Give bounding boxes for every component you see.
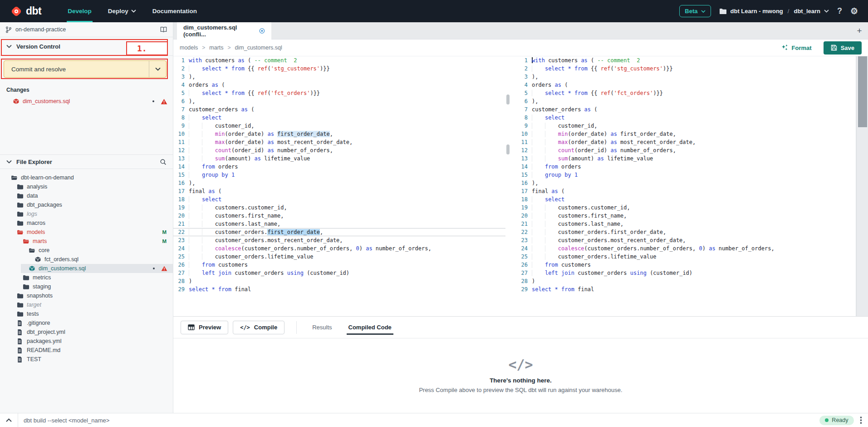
tree-item-.gitignore[interactable]: .gitignore xyxy=(0,318,173,328)
code-line[interactable]: 5 select * from {{ ref('fct_orders')}} xyxy=(511,89,856,97)
tab-compiled-code[interactable]: Compiled Code xyxy=(340,317,400,338)
tree-item-core[interactable]: core xyxy=(0,246,173,255)
format-button[interactable]: Format xyxy=(781,44,812,51)
compile-button[interactable]: </> Compile xyxy=(233,321,284,334)
commit-dropdown-toggle[interactable] xyxy=(149,61,166,77)
code-line[interactable]: 5 select * from {{ ref('fct_orders')}} xyxy=(173,89,505,97)
tree-item-analysis[interactable]: analysis xyxy=(0,182,173,191)
code-line[interactable]: 29select * from final xyxy=(511,285,856,293)
nav-documentation[interactable]: Documentation xyxy=(144,0,205,22)
code-line[interactable]: 26 from customers xyxy=(511,261,856,269)
code-line[interactable]: 18 select xyxy=(173,195,505,204)
code-line[interactable]: 28) xyxy=(173,277,505,285)
docs-book-icon[interactable] xyxy=(160,26,167,33)
dbt-logo[interactable]: dbt xyxy=(10,5,41,18)
tree-item-dim_customers.sql[interactable]: dim_customers.sql xyxy=(0,264,173,273)
code-line[interactable]: 8 select xyxy=(511,114,856,122)
editor-pane-left[interactable]: 1with customers as ( -- comment 22 selec… xyxy=(173,56,505,316)
tree-item-tests[interactable]: tests xyxy=(0,309,173,318)
code-line[interactable]: 16), xyxy=(173,179,505,187)
code-line[interactable]: 1with customers as ( -- comment 2 xyxy=(173,56,505,65)
command-input[interactable]: dbt build --select <model_name> xyxy=(24,417,819,424)
tree-item-dbt-learn-on-demand[interactable]: dbt-learn-on-demand xyxy=(0,173,173,182)
tree-item-TEST[interactable]: TEST xyxy=(0,355,173,364)
overflow-menu-icon[interactable] xyxy=(860,417,862,424)
search-icon[interactable] xyxy=(160,159,167,165)
code-line[interactable]: 22 customer_orders.first_order_date, xyxy=(173,228,505,236)
code-line[interactable]: 13 sum(amount) as lifetime_value xyxy=(511,154,856,163)
scrollbar-thumb[interactable] xyxy=(858,56,867,127)
tree-item-dbt_project.yml[interactable]: dbt_project.yml xyxy=(0,328,173,337)
code-line[interactable]: 3), xyxy=(511,73,856,81)
preview-button[interactable]: Preview xyxy=(181,321,228,334)
save-button[interactable]: Save xyxy=(824,41,862,55)
tree-item-snapshots[interactable]: snapshots xyxy=(0,291,173,300)
changed-file-dim-customers[interactable]: dim_customers.sql xyxy=(0,96,173,106)
tree-item-logs[interactable]: logs xyxy=(0,209,173,218)
tree-item-fct_orders.sql[interactable]: fct_orders.sql xyxy=(0,255,173,264)
code-line[interactable]: 12 count(order_id) as number_of_orders, xyxy=(173,146,505,154)
tree-item-models[interactable]: modelsM xyxy=(0,228,173,237)
nav-develop[interactable]: Develop xyxy=(59,0,100,22)
code-line[interactable]: 17final as ( xyxy=(173,187,505,195)
settings-gear-icon[interactable]: ⚙ xyxy=(850,6,858,16)
code-line[interactable]: 7customer_orders as ( xyxy=(511,105,856,114)
breadcrumb-models[interactable]: models xyxy=(180,45,198,51)
code-line[interactable]: 14 from orders xyxy=(511,163,856,171)
code-line[interactable]: 8 select xyxy=(173,114,505,122)
scrollbar-thumb[interactable] xyxy=(506,94,510,104)
branch-selector[interactable]: on-demand-practice xyxy=(0,22,173,37)
code-line[interactable]: 24 coalesce(customer_orders.number_of_or… xyxy=(173,244,505,253)
right-editor-scrollbar[interactable] xyxy=(856,56,868,316)
tree-item-target[interactable]: target xyxy=(0,300,173,309)
tree-item-data[interactable]: data xyxy=(0,191,173,200)
code-line[interactable]: 25 customer_orders.lifetime_value xyxy=(511,253,856,261)
tab-dim-customers[interactable]: dim_customers.sql (confli... xyxy=(177,22,271,40)
code-line[interactable]: 9 customer_id, xyxy=(511,122,856,130)
scrollbar-thumb[interactable] xyxy=(506,144,510,154)
code-line[interactable]: 13 sum(amount) as lifetime_value xyxy=(173,154,505,163)
code-line[interactable]: 16), xyxy=(511,179,856,187)
tree-item-macros[interactable]: macros xyxy=(0,218,173,228)
tab-results[interactable]: Results xyxy=(304,317,340,338)
help-icon[interactable]: ? xyxy=(837,6,842,16)
code-line[interactable]: 19 customers.customer_id, xyxy=(173,204,505,212)
code-line[interactable]: 9 customer_id, xyxy=(173,122,505,130)
code-line[interactable]: 28) xyxy=(511,277,856,285)
command-bar-toggle[interactable] xyxy=(0,413,18,427)
code-line[interactable]: 20 customers.first_name, xyxy=(511,212,856,220)
beta-badge[interactable]: Beta xyxy=(679,5,711,17)
code-line[interactable]: 26 from customers xyxy=(173,261,505,269)
code-line[interactable]: 24 coalesce(customer_orders.number_of_or… xyxy=(511,244,856,253)
new-tab-button[interactable]: + xyxy=(851,22,868,39)
code-line[interactable]: 19 customers.customer_id, xyxy=(511,204,856,212)
code-line[interactable]: 6), xyxy=(173,97,505,105)
code-line[interactable]: 11 max(order_date) as most_recent_order_… xyxy=(173,138,505,146)
breadcrumb-file[interactable]: dim_customers.sql xyxy=(235,45,282,51)
tree-item-dbt_packages[interactable]: dbt_packages xyxy=(0,200,173,209)
code-line[interactable]: 6), xyxy=(511,97,856,105)
code-line[interactable]: 12 count(order_id) as number_of_orders, xyxy=(511,146,856,154)
code-line[interactable]: 10 min(order_date) as first_order_date, xyxy=(173,130,505,138)
code-line[interactable]: 21 customers.last_name, xyxy=(173,220,505,228)
code-line[interactable]: 10 min(order_date) as first_order_date, xyxy=(511,130,856,138)
code-line[interactable]: 17final as ( xyxy=(511,187,856,195)
code-line[interactable]: 14 from orders xyxy=(173,163,505,171)
version-control-header[interactable]: Version Control xyxy=(0,37,173,56)
code-line[interactable]: 27 left join customer_orders using (cust… xyxy=(173,269,505,277)
tree-item-packages.yml[interactable]: packages.yml xyxy=(0,337,173,346)
code-line[interactable]: 23 customer_orders.most_recent_order_dat… xyxy=(511,236,856,244)
code-line[interactable]: 18 select xyxy=(511,195,856,204)
code-line[interactable]: 1with customers as ( -- comment 2 xyxy=(511,56,856,65)
left-editor-scrollbar[interactable] xyxy=(505,56,511,316)
tree-item-staging[interactable]: staging xyxy=(0,282,173,291)
editor-pane-right[interactable]: 1with customers as ( -- comment 22 selec… xyxy=(511,56,856,316)
code-line[interactable]: 15 group by 1 xyxy=(173,171,505,179)
code-line[interactable]: 29select * from final xyxy=(173,285,505,293)
tree-item-README.md[interactable]: README.md xyxy=(0,346,173,355)
code-line[interactable]: 22 customer_orders.first_order_date, xyxy=(511,228,856,236)
code-line[interactable]: 11 max(order_date) as most_recent_order_… xyxy=(511,138,856,146)
code-line[interactable]: 4orders as ( xyxy=(511,81,856,89)
code-line[interactable]: 27 left join customer_orders using (cust… xyxy=(511,269,856,277)
code-line[interactable]: 20 customers.first_name, xyxy=(173,212,505,220)
